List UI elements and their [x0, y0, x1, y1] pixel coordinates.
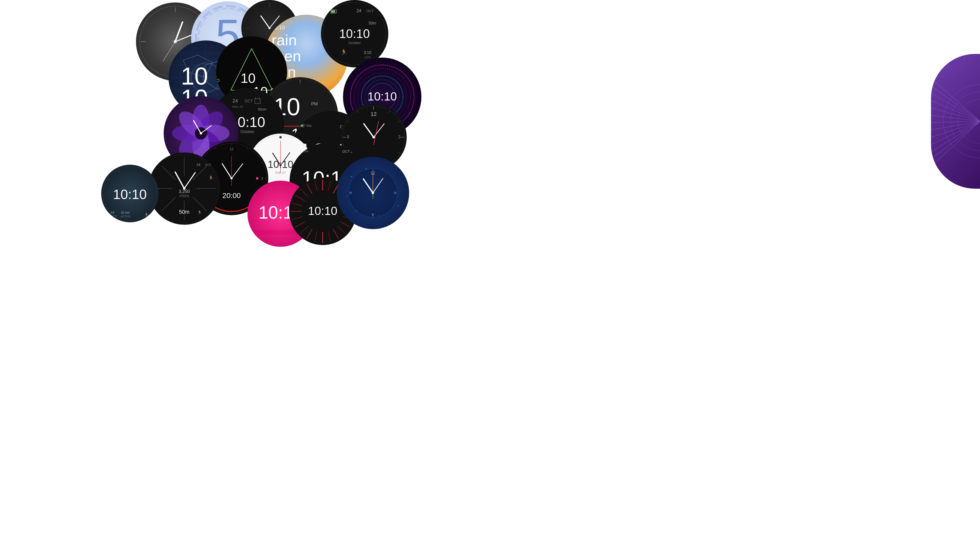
svg-text:9: 9 [347, 135, 349, 139]
svg-text:OCT: OCT [245, 99, 253, 103]
svg-point-252 [347, 196, 347, 196]
svg-line-274 [931, 121, 980, 130]
svg-text:3:10: 3:10 [364, 51, 371, 55]
svg-point-68 [300, 80, 301, 81]
svg-line-238 [328, 232, 331, 242]
svg-line-185 [184, 172, 195, 188]
svg-text:30 min: 30 min [121, 211, 130, 215]
svg-text:24: 24 [110, 210, 115, 215]
svg-rect-45 [331, 10, 335, 13]
svg-text:3: 3 [394, 191, 396, 195]
svg-line-279 [931, 121, 980, 167]
svg-point-169 [231, 177, 232, 179]
svg-line-243 [300, 189, 308, 197]
svg-line-233 [328, 181, 331, 191]
svg-line-231 [295, 195, 305, 201]
svg-line-120 [388, 110, 390, 113]
watch-face-steps[interactable]: 24 OCT 🏃 3,250 STEPS 50m 🏃 [148, 153, 221, 225]
svg-line-277 [931, 121, 980, 152]
svg-line-269 [931, 93, 980, 121]
svg-text:12: 12 [371, 111, 377, 117]
rain-sun-time: 10:10 [272, 24, 301, 31]
svg-line-271 [931, 108, 980, 121]
svg-line-128 [347, 121, 349, 122]
svg-text:OCT: OCT [205, 163, 212, 167]
watch-face-teal[interactable]: 10:10 30 min ACTIVE 24 OCT 🏃 [101, 165, 159, 222]
watch-face-dark-info-top[interactable]: 24 OCT 10:10 October 🏃 3:10 LON 50m [321, 0, 388, 67]
svg-line-273 [931, 121, 980, 123]
svg-rect-197 [297, 150, 299, 152]
svg-line-134 [364, 124, 374, 137]
svg-text:PM: PM [311, 102, 318, 107]
svg-text:24: 24 [356, 8, 361, 13]
svg-line-178 [162, 166, 176, 180]
svg-text:October: October [348, 41, 361, 45]
watch-face-blue-analog[interactable]: 12 3 9 6 [337, 157, 409, 229]
svg-text:🏃: 🏃 [340, 49, 347, 56]
svg-line-275 [931, 121, 980, 137]
svg-text:STEPS: STEPS [179, 194, 189, 198]
svg-text:10: 10 [240, 70, 256, 86]
svg-line-129 [357, 110, 359, 113]
svg-line-276 [931, 121, 980, 145]
svg-line-166 [232, 164, 243, 178]
svg-text:3: 3 [398, 135, 401, 139]
svg-line-136 [374, 121, 379, 145]
svg-rect-74 [255, 99, 260, 103]
svg-text:10:10: 10:10 [308, 204, 337, 217]
svg-text:55cm: 55cm [258, 107, 266, 111]
svg-point-250 [398, 205, 399, 206]
svg-line-121 [398, 121, 400, 122]
svg-text:12: 12 [229, 147, 234, 151]
svg-text:6: 6 [372, 212, 374, 217]
svg-line-240 [300, 226, 308, 234]
svg-line-184 [175, 172, 184, 188]
svg-point-137 [372, 136, 375, 139]
svg-text:50m: 50m [179, 209, 189, 215]
svg-text:75%: 75% [302, 150, 308, 153]
svg-text:🏃: 🏃 [197, 210, 202, 215]
svg-line-176 [162, 197, 176, 211]
svg-line-226 [333, 229, 339, 239]
svg-text:OCT: OCT [110, 215, 117, 218]
svg-line-135 [374, 124, 384, 137]
svg-line-232 [307, 184, 312, 193]
svg-line-228 [307, 229, 312, 239]
svg-text:9: 9 [350, 191, 352, 195]
svg-rect-106 [301, 125, 303, 126]
svg-text:10:10: 10:10 [339, 27, 370, 41]
svg-text:ACTIVE: ACTIVE [121, 215, 130, 218]
svg-text:OCT: OCT [366, 9, 374, 13]
svg-text:10:10: 10:10 [368, 90, 397, 103]
svg-line-165 [222, 164, 232, 178]
svg-line-229 [295, 222, 305, 227]
svg-line-174 [193, 197, 207, 211]
watch-face-right-fan [931, 54, 980, 189]
svg-line-244 [315, 181, 317, 191]
svg-line-123 [398, 152, 400, 154]
svg-text:October: October [240, 130, 255, 134]
svg-text:75%: 75% [306, 124, 312, 128]
svg-text:20:00: 20:00 [222, 191, 240, 199]
svg-point-266 [372, 192, 374, 194]
svg-point-139 [279, 136, 282, 139]
svg-point-38 [217, 79, 219, 81]
svg-point-19 [269, 27, 270, 29]
svg-point-246 [351, 176, 352, 177]
svg-text:🏃: 🏃 [208, 175, 214, 181]
svg-text:🏃: 🏃 [144, 212, 149, 217]
svg-line-242 [292, 203, 302, 206]
svg-point-161 [256, 177, 258, 180]
svg-text:50m: 50m [369, 21, 376, 25]
svg-line-241 [292, 217, 302, 219]
svg-text:OCT 24: OCT 24 [342, 150, 355, 153]
svg-point-145 [280, 164, 282, 166]
svg-text:10:10: 10:10 [113, 187, 147, 202]
svg-text:24: 24 [196, 163, 200, 167]
svg-point-98 [200, 132, 202, 135]
svg-line-17 [261, 16, 269, 28]
svg-line-278 [931, 121, 980, 159]
svg-line-239 [315, 232, 317, 242]
svg-line-267 [931, 78, 980, 121]
svg-point-188 [183, 187, 186, 190]
